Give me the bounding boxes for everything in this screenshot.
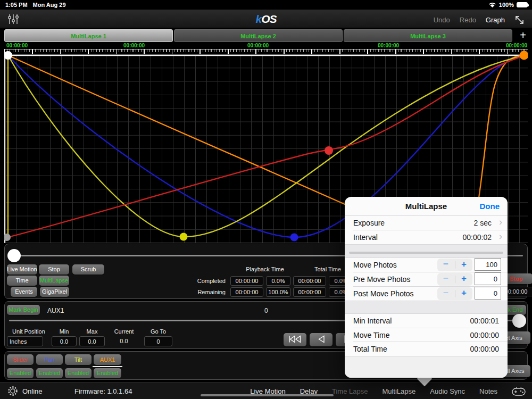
mode-time-lapse-button[interactable]: Time Lapse [7,276,37,286]
keyframe-dot-yellow[interactable] [180,233,188,241]
remaining-total-time: 00:00:00 [293,287,326,297]
post-move-photos-row: Post Move Photos − + 0 [345,287,508,301]
remaining-playback-pct: 100.0% [266,287,290,297]
move-photos-row: Move Photos − + 100 [345,258,508,272]
plus-button[interactable]: + [455,259,472,270]
move-time-value: 00:00:00 [470,331,500,339]
unit-select[interactable]: Inches [7,336,43,346]
mode-live-motion-button[interactable]: Live Motion [7,264,37,275]
keyframe-dot-gray[interactable] [4,234,11,241]
mode-multilapse-button[interactable]: MultiLapse [39,276,69,286]
current-value: 0.0 [111,338,137,344]
post-move-photos-field[interactable]: 0 [475,287,501,300]
popover-section-gap [345,244,508,258]
min-field[interactable]: 0.0 [52,336,77,346]
tilt-enabled-toggle[interactable]: Enabled [65,368,92,378]
toolbar: kOS Undo Redo Graph [0,10,532,28]
exposure-row[interactable]: Exposure 2 sec › [345,216,508,230]
bb-audio-sync[interactable]: Audio Sync [430,387,465,395]
expand-icon[interactable] [514,15,525,25]
status-gear-icon [7,386,18,396]
mode-scrub-button[interactable]: Scrub [72,264,104,275]
pre-move-photos-stepper[interactable]: − + [437,273,472,286]
interval-label: Interval [353,233,378,242]
timeline-label: 00:00:00 [378,43,399,48]
move-photos-field[interactable]: 100 [475,258,501,271]
unit-position-header: Unit Position [12,328,45,335]
pre-move-photos-label: Pre Move Photos [353,275,410,284]
keyframe-dot-blue[interactable] [290,234,298,242]
minus-button[interactable]: − [437,273,454,284]
axis-aux1-button[interactable]: AUX1 [94,354,121,365]
max-field[interactable]: 0.0 [79,336,105,346]
minus-button[interactable]: − [437,288,454,298]
axis-tilt-button[interactable]: Tilt [65,354,92,365]
popover-footer [345,356,508,378]
plus-button[interactable]: + [455,288,472,298]
wifi-icon [488,2,496,8]
plus-button[interactable]: + [455,273,472,284]
mode-events-button[interactable]: Events [11,287,37,297]
completed-label: Completed [188,278,226,284]
graph-button[interactable]: Graph [486,16,505,24]
completed-playback-pct: 0.0% [266,276,290,286]
post-move-photos-stepper[interactable]: − + [437,287,472,300]
tab-multilapse-2[interactable]: MultiLapse 2 [174,29,343,42]
remaining-playback-time: 00:00:00 [230,287,263,297]
move-time-label: Move Time [353,331,389,339]
max-header: Max [79,328,105,335]
move-photos-stepper[interactable]: − + [437,259,472,271]
slider-enabled-toggle[interactable]: Enabled [7,368,34,378]
controller-icon[interactable] [512,387,526,396]
bb-notes[interactable]: Notes [479,387,497,395]
axis-pan-button[interactable]: Pan [36,354,63,365]
min-header: Min [52,328,77,335]
bb-multilapse[interactable]: MultiLapse [382,387,415,395]
min-interval-label: Min Interval [353,317,392,325]
date: Mon Aug 29 [33,2,66,8]
keyframe-dot-red[interactable] [325,146,333,155]
multilapse-popover: MultiLapse Done Exposure 2 sec › Interva… [345,197,508,378]
mark-begin-button[interactable]: Mark Begin [7,305,40,315]
current-header: Current [111,328,137,335]
bottom-bar: Online Firmware: 1.0.1.64 Live Motion De… [0,382,532,399]
tab-multilapse-1[interactable]: MultiLapse 1 [4,29,173,42]
position-knob[interactable] [512,314,526,328]
mode-stop-motion-button[interactable]: Stop Motion [39,264,69,275]
undo-button[interactable]: Undo [434,16,450,24]
axis-slider-button[interactable]: Slider [7,354,34,365]
tab-multilapse-3[interactable]: MultiLapse 3 [344,29,512,42]
pan-enabled-toggle[interactable]: Enabled [36,368,63,378]
step-back-button[interactable] [310,333,332,346]
minus-button[interactable]: − [437,259,454,270]
mode-gigapixel-button[interactable]: GigaPixel [40,287,69,297]
chevron-right-icon: › [499,217,502,228]
playback-time-header: Playback Time [230,266,300,272]
completed-total-time: 00:00:00 [293,276,326,286]
post-move-photos-label: Post Move Photos [353,289,414,298]
remaining-label: Remaining [188,289,226,295]
clock: 1:05 PM [5,2,28,8]
scrub-knob[interactable] [7,249,21,262]
battery-percent: 100% [499,2,514,8]
selected-axis-value: 0 [264,307,268,314]
done-button[interactable]: Done [480,202,500,211]
skip-to-begin-button[interactable] [284,333,306,346]
keyframe-dot-orange[interactable] [520,51,528,60]
popover-section-gap [345,301,508,314]
aux1-enabled-toggle[interactable]: Enabled [94,368,121,378]
status-bar: 1:05 PM Mon Aug 29 100% [0,0,532,10]
go-to-field[interactable]: 0 [144,336,172,346]
min-interval-row: Min Interval 00:00:01 [345,314,508,328]
home-indicator[interactable] [201,394,334,396]
completed-playback-time: 00:00:00 [230,276,263,286]
move-photos-label: Move Photos [353,261,397,269]
bb-time-lapse[interactable]: Time Lapse [332,387,368,395]
add-tab-button[interactable]: + [517,29,529,42]
redo-button[interactable]: Redo [460,16,476,24]
interval-value: 00:00:02 [463,233,492,242]
pre-move-photos-field[interactable]: 0 [475,272,501,285]
selected-axis-name: AUX1 [47,307,64,314]
interval-row[interactable]: Interval 00:00:02 › [345,230,508,244]
app-screen: 1:05 PM Mon Aug 29 100% kOS Undo Redo Gr… [0,0,532,399]
